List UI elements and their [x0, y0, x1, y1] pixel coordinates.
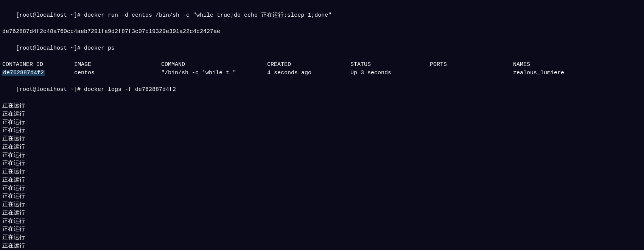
- command-1: docker run -d centos /bin/sh -c "while t…: [84, 12, 331, 19]
- command-line-3: [root@localhost ~]# docker logs -f de762…: [2, 77, 642, 102]
- header-status: STATUS: [350, 61, 430, 69]
- data-ports: [430, 69, 513, 77]
- data-container-id: de762887d4f2: [2, 69, 74, 77]
- hash-line: de762887d4f2c48a760cc4aeb7291fa9d2f87f3c…: [2, 28, 642, 36]
- command-2: docker ps: [84, 45, 115, 52]
- header-names: NAMES: [513, 61, 530, 69]
- header-command: COMMAND: [161, 61, 267, 69]
- command-3: docker logs -f de762887d4f2: [84, 86, 176, 93]
- log-line: 正在运行: [2, 201, 642, 209]
- log-line: 正在运行: [2, 143, 642, 152]
- log-line: 正在运行: [2, 192, 642, 201]
- log-line: 正在运行: [2, 234, 642, 242]
- log-line: 正在运行: [2, 225, 642, 234]
- header-ports: PORTS: [430, 61, 513, 69]
- command-line-2: [root@localhost ~]# docker ps: [2, 36, 642, 61]
- data-command: "/bin/sh -c 'while t…": [161, 69, 267, 77]
- data-created: 4 seconds ago: [267, 69, 350, 77]
- log-line: 正在运行: [2, 159, 642, 168]
- log-line: 正在运行: [2, 217, 642, 226]
- log-line: 正在运行: [2, 176, 642, 184]
- header-image: IMAGE: [74, 61, 161, 69]
- log-line: 正在运行: [2, 102, 642, 110]
- data-image: centos: [74, 69, 161, 77]
- table-data-row: de762887d4f2centos"/bin/sh -c 'while t…"…: [2, 69, 642, 77]
- prompt-2: [root@localhost ~]#: [16, 45, 84, 52]
- prompt-1: [root@localhost ~]#: [16, 12, 84, 19]
- log-line: 正在运行: [2, 152, 642, 160]
- log-output: 正在运行正在运行正在运行正在运行正在运行正在运行正在运行正在运行正在运行正在运行…: [2, 102, 642, 250]
- prompt-3: [root@localhost ~]#: [16, 86, 84, 93]
- log-line: 正在运行: [2, 209, 642, 217]
- header-created: CREATED: [267, 61, 350, 69]
- log-line: 正在运行: [2, 119, 642, 127]
- log-line: 正在运行: [2, 110, 642, 119]
- data-names: zealous_lumiere: [513, 69, 564, 77]
- container-id-value: de762887d4f2: [2, 70, 45, 76]
- log-line: 正在运行: [2, 242, 642, 250]
- log-line: 正在运行: [2, 127, 642, 135]
- terminal: [root@localhost ~]# docker run -d centos…: [2, 3, 642, 247]
- log-line: 正在运行: [2, 184, 642, 193]
- header-container-id: CONTAINER ID: [2, 61, 74, 69]
- log-line: 正在运行: [2, 168, 642, 176]
- table-header-row: CONTAINER IDIMAGECOMMANDCREATEDSTATUSPOR…: [2, 61, 642, 69]
- log-line: 正在运行: [2, 135, 642, 143]
- command-line-1: [root@localhost ~]# docker run -d centos…: [2, 3, 642, 28]
- data-status: Up 3 seconds: [350, 69, 430, 77]
